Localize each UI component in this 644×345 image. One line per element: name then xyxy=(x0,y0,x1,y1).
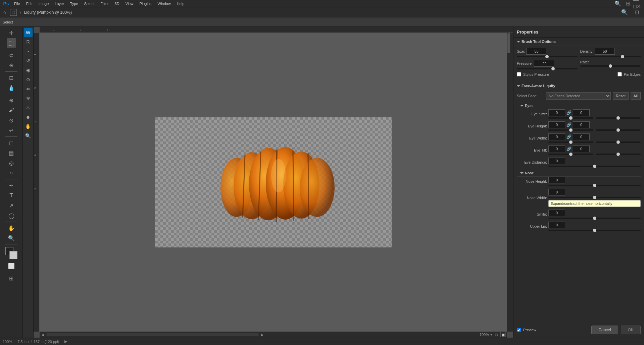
heal-tool[interactable]: ⊕ xyxy=(7,96,16,105)
eye-width-right-slider[interactable] xyxy=(596,141,641,143)
menu-window[interactable]: Window xyxy=(155,1,174,6)
forward-warp-tool[interactable]: W xyxy=(24,28,33,37)
eye-tilt-left-slider[interactable] xyxy=(548,154,593,155)
eye-size-right-slider[interactable] xyxy=(596,117,641,119)
lasso-tool[interactable]: ⊂ xyxy=(7,51,16,60)
scroll-right-arrow[interactable]: ▶ xyxy=(259,332,265,338)
nose-height-input[interactable] xyxy=(548,177,565,183)
background-color[interactable] xyxy=(9,251,17,259)
clone-tool[interactable]: ⊙ xyxy=(7,116,16,125)
eye-size-link-icon[interactable]: 🔗 xyxy=(566,110,572,115)
search-icon[interactable]: 🔍 xyxy=(613,0,623,8)
eyes-subsection-header[interactable]: Eyes xyxy=(517,102,641,109)
menu-type[interactable]: Type xyxy=(67,1,81,6)
nose-width-input[interactable] xyxy=(548,189,565,195)
arrange-btn[interactable]: ⊡ xyxy=(632,8,641,17)
freeze-mask-tool[interactable]: ❄ xyxy=(24,94,33,103)
scrollbar-thumb-vertical[interactable] xyxy=(507,33,510,53)
selection-tool-icon[interactable]: ⬚ xyxy=(10,9,17,16)
eye-height-right-thumb[interactable] xyxy=(616,128,620,132)
hand-tool[interactable]: ✋ xyxy=(7,223,16,233)
eye-height-right-input[interactable] xyxy=(573,121,590,128)
menu-filter[interactable]: Filter xyxy=(98,1,111,6)
magic-wand-tool[interactable]: ✳ xyxy=(7,61,16,70)
density-slider-track[interactable] xyxy=(580,56,641,57)
eye-width-left-input[interactable] xyxy=(548,133,565,140)
eraser-tool[interactable]: ◻ xyxy=(7,138,16,148)
twirl-tool[interactable]: ↺ xyxy=(24,56,33,65)
marquee-tool[interactable]: ⬚ xyxy=(7,38,16,48)
all-button[interactable]: All xyxy=(631,92,641,100)
workspace-icon[interactable]: ⊞ xyxy=(623,0,633,8)
brush-tool[interactable]: 🖌 xyxy=(7,106,16,115)
eye-distance-input[interactable] xyxy=(548,158,565,164)
eye-tilt-left-input[interactable] xyxy=(548,146,565,152)
eye-height-left-thumb[interactable] xyxy=(569,128,573,132)
reset-button[interactable]: Reset xyxy=(613,92,629,100)
eye-width-link-icon[interactable]: 🔗 xyxy=(566,134,572,139)
face-aware-liquify-header[interactable]: Face-Aware Liquify xyxy=(513,82,644,90)
screen-mode-tool[interactable]: ⊞ xyxy=(7,274,16,283)
pin-edges-label[interactable]: Pin Edges xyxy=(624,72,641,76)
density-input[interactable] xyxy=(595,48,615,55)
face-tool[interactable]: ☻ xyxy=(24,113,33,121)
eye-distance-thumb[interactable] xyxy=(593,165,596,168)
rate-slider-track[interactable] xyxy=(580,65,641,67)
eye-tilt-right-input[interactable] xyxy=(573,146,590,152)
hand-liq-tool[interactable]: ✋ xyxy=(24,122,33,131)
eye-width-right-input[interactable] xyxy=(573,133,590,140)
select-face-dropdown[interactable]: No Faces Detected xyxy=(546,92,611,100)
eye-height-left-input[interactable] xyxy=(548,121,565,128)
pressure-slider-track[interactable] xyxy=(517,68,578,69)
eye-tilt-right-thumb[interactable] xyxy=(616,153,620,156)
eye-tilt-link-icon[interactable]: 🔗 xyxy=(566,147,572,151)
rate-slider-thumb[interactable] xyxy=(609,64,612,68)
scroll-left-arrow[interactable]: ◀ xyxy=(40,332,46,338)
nose-width-thumb[interactable] xyxy=(593,196,596,199)
eye-size-left-input[interactable] xyxy=(548,109,565,116)
nose-width-slider[interactable] xyxy=(548,197,641,198)
scroll-track-h[interactable] xyxy=(46,333,259,336)
gradient-tool[interactable]: ▤ xyxy=(7,148,16,158)
canvas-content[interactable] xyxy=(40,33,507,332)
zoom-tool[interactable]: 🔍 xyxy=(7,233,16,243)
nose-height-slider[interactable] xyxy=(548,185,641,186)
eye-width-right-thumb[interactable] xyxy=(616,140,620,144)
eye-tilt-right-slider[interactable] xyxy=(596,154,641,155)
push-left-tool[interactable]: ⇐ xyxy=(24,84,33,93)
dodge-tool[interactable]: ○ xyxy=(7,168,16,178)
pin-edges-checkbox[interactable] xyxy=(617,72,622,76)
preview-label[interactable]: Preview xyxy=(523,328,536,332)
text-tool[interactable]: T xyxy=(7,191,16,200)
eye-height-link-icon[interactable]: 🔗 xyxy=(566,122,572,127)
quick-mask-tool[interactable]: ⬜ xyxy=(7,261,16,271)
pressure-slider-thumb[interactable] xyxy=(551,67,555,70)
menu-3d[interactable]: 3D xyxy=(112,1,122,6)
frame-icon-2[interactable]: ▣ xyxy=(500,332,506,337)
eye-size-right-thumb[interactable] xyxy=(616,116,620,120)
menu-select[interactable]: Select xyxy=(82,1,97,6)
nose-subsection-header[interactable]: Nose xyxy=(517,170,641,177)
eye-size-left-slider[interactable] xyxy=(548,117,593,119)
stylus-pressure-label[interactable]: Stylus Pressure xyxy=(523,72,549,76)
eye-width-left-thumb[interactable] xyxy=(569,140,573,144)
eye-tilt-left-thumb[interactable] xyxy=(569,153,573,156)
density-slider-thumb[interactable] xyxy=(621,55,624,58)
menu-view[interactable]: View xyxy=(123,1,136,6)
crop-tool[interactable]: ⊡ xyxy=(7,73,16,82)
zoom-liq-tool[interactable]: 🔍 xyxy=(24,131,33,140)
bloat-tool[interactable]: ⊙ xyxy=(24,75,33,84)
triangle-expand[interactable]: ▶ xyxy=(64,339,67,344)
eye-size-left-thumb[interactable] xyxy=(569,116,573,120)
upper-lip-thumb[interactable] xyxy=(593,229,596,232)
menu-plugins[interactable]: Plugins xyxy=(137,1,154,6)
reconstruct-tool[interactable]: R xyxy=(24,38,33,46)
eye-width-left-slider[interactable] xyxy=(548,141,593,143)
stylus-pressure-checkbox[interactable] xyxy=(517,72,521,76)
history-brush-tool[interactable]: ↩ xyxy=(7,126,16,135)
smile-thumb[interactable] xyxy=(593,217,596,220)
search-btn[interactable]: 🔍 xyxy=(620,8,629,17)
ps-logo[interactable]: Ps xyxy=(1,0,11,8)
nose-height-thumb[interactable] xyxy=(593,184,596,187)
pucker-tool[interactable]: ◉ xyxy=(24,66,33,74)
